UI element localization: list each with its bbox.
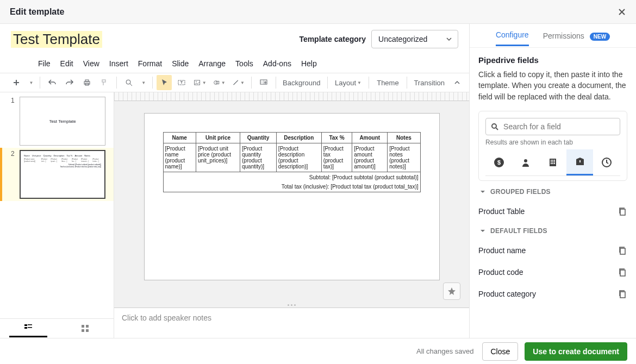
svg-rect-38 bbox=[620, 292, 625, 298]
subtotal-text: Subtotal: [Product subtotal (product sub… bbox=[165, 174, 419, 180]
layout-button[interactable]: Layout bbox=[332, 75, 365, 90]
default-fields-header[interactable]: DEFAULT FIELDS bbox=[478, 227, 627, 235]
building-icon bbox=[547, 157, 558, 168]
close-button[interactable]: Close bbox=[482, 342, 518, 361]
template-category-select[interactable]: Uncategorized bbox=[371, 30, 458, 48]
explore-button[interactable] bbox=[443, 283, 460, 300]
panel-description: Click a field to copy it, then paste it … bbox=[478, 69, 627, 102]
box-icon bbox=[575, 156, 585, 167]
filmstrip-view-icon[interactable] bbox=[9, 319, 47, 337]
table-cell: [Product notes (product notes)] bbox=[388, 143, 420, 172]
redo-button[interactable] bbox=[62, 75, 77, 90]
slide-number: 1 bbox=[11, 97, 16, 146]
dollar-icon: $ bbox=[494, 157, 504, 168]
search-hint: Results are shown in each tab bbox=[485, 139, 620, 146]
menu-insert[interactable]: Insert bbox=[109, 59, 128, 68]
copy-icon[interactable] bbox=[618, 267, 627, 277]
grid-view-icon[interactable] bbox=[66, 321, 104, 337]
product-table: Name Unit price Quantity Description Tax… bbox=[163, 132, 421, 192]
svg-rect-30 bbox=[552, 163, 553, 164]
field-product-table[interactable]: Product Table bbox=[478, 200, 627, 222]
svg-rect-14 bbox=[82, 325, 84, 328]
horizontal-ruler bbox=[114, 92, 469, 101]
svg-rect-24 bbox=[552, 160, 553, 161]
menu-arrange[interactable]: Arrange bbox=[198, 59, 226, 68]
zoom-dropdown[interactable] bbox=[139, 75, 148, 90]
menu-help[interactable]: Help bbox=[301, 59, 317, 68]
document-title-row: Test Template Template category Uncatego… bbox=[0, 24, 469, 54]
field-product-category[interactable]: Product category bbox=[478, 283, 627, 305]
svg-rect-15 bbox=[86, 325, 89, 328]
close-icon[interactable] bbox=[618, 8, 626, 16]
svg-point-6 bbox=[196, 81, 197, 83]
line-tool[interactable] bbox=[230, 75, 247, 90]
menu-view[interactable]: View bbox=[83, 59, 99, 68]
icon-tab-deal[interactable]: $ bbox=[485, 149, 513, 175]
menu-format[interactable]: Format bbox=[138, 59, 162, 68]
menu-tools[interactable]: Tools bbox=[235, 59, 253, 68]
undo-button[interactable] bbox=[45, 75, 60, 90]
side-panel: Configure Permissions NEW Pipedrive fiel… bbox=[470, 24, 636, 338]
table-header: Notes bbox=[388, 133, 420, 143]
icon-tab-activity[interactable] bbox=[593, 149, 620, 175]
chevron-down-icon bbox=[478, 227, 487, 235]
new-slide-dropdown[interactable] bbox=[26, 75, 35, 90]
menu-edit[interactable]: Edit bbox=[60, 59, 73, 68]
tab-permissions[interactable]: Permissions NEW bbox=[543, 26, 610, 46]
icon-tab-product[interactable] bbox=[566, 149, 594, 175]
toolbar-collapse[interactable] bbox=[450, 75, 465, 90]
comment-button[interactable] bbox=[256, 75, 271, 90]
thumbnail-pane: 1 Test Template 2 NameUnit priceQuantity… bbox=[0, 92, 114, 338]
shape-tool[interactable] bbox=[211, 75, 228, 90]
transition-button[interactable]: Transition bbox=[411, 75, 447, 90]
save-status: All changes saved bbox=[416, 347, 474, 355]
theme-button[interactable]: Theme bbox=[373, 75, 402, 90]
field-product-name[interactable]: Product name bbox=[478, 240, 627, 261]
print-button[interactable] bbox=[79, 75, 95, 90]
svg-text:$: $ bbox=[497, 159, 501, 166]
field-label: Product Table bbox=[478, 207, 525, 216]
textbox-tool[interactable] bbox=[174, 75, 189, 90]
background-button[interactable]: Background bbox=[280, 75, 323, 90]
document-title[interactable]: Test Template bbox=[11, 31, 102, 48]
new-slide-button[interactable] bbox=[9, 75, 24, 90]
copy-icon[interactable] bbox=[618, 246, 627, 255]
svg-rect-29 bbox=[551, 163, 552, 164]
icon-tab-organization[interactable] bbox=[539, 149, 566, 175]
person-icon bbox=[520, 157, 531, 168]
grouped-fields-label: GROUPED FIELDS bbox=[490, 188, 551, 196]
notes-resize-handle[interactable] bbox=[114, 302, 469, 307]
svg-rect-23 bbox=[551, 160, 552, 161]
svg-rect-27 bbox=[552, 161, 553, 162]
menu-slide[interactable]: Slide bbox=[172, 59, 189, 68]
speaker-notes[interactable]: Click to add speaker notes bbox=[114, 307, 469, 338]
template-category-value: Uncategorized bbox=[378, 35, 427, 43]
image-tool[interactable] bbox=[191, 75, 208, 90]
grouped-fields-header[interactable]: GROUPED FIELDS bbox=[478, 187, 627, 196]
icon-tab-person[interactable] bbox=[513, 149, 540, 175]
field-product-code[interactable]: Product code bbox=[478, 261, 627, 283]
table-header: Description bbox=[276, 133, 321, 143]
field-search-input[interactable] bbox=[502, 122, 615, 131]
select-tool[interactable] bbox=[157, 75, 172, 90]
menu-file[interactable]: File bbox=[38, 59, 51, 68]
slide-thumbnail-1[interactable]: 1 Test Template bbox=[0, 95, 114, 148]
svg-rect-25 bbox=[554, 160, 555, 161]
svg-point-3 bbox=[126, 80, 130, 84]
zoom-button[interactable] bbox=[121, 75, 136, 90]
svg-rect-35 bbox=[620, 209, 625, 215]
create-document-button[interactable]: Use to create document bbox=[525, 342, 627, 361]
copy-icon[interactable] bbox=[618, 289, 627, 299]
field-search[interactable] bbox=[485, 118, 620, 135]
tab-configure[interactable]: Configure bbox=[496, 25, 529, 46]
menu-addons[interactable]: Add-ons bbox=[263, 59, 291, 68]
slide-canvas[interactable]: Name Unit price Quantity Description Tax… bbox=[144, 113, 440, 280]
table-header: Tax % bbox=[321, 133, 352, 143]
slide-thumbnail-2[interactable]: 2 NameUnit priceQuantityDescriptionTax %… bbox=[0, 148, 114, 201]
paint-format-button[interactable] bbox=[97, 75, 112, 90]
default-fields-label: DEFAULT FIELDS bbox=[490, 227, 547, 235]
chevron-down-icon bbox=[478, 187, 487, 196]
panel-heading: Pipedrive fields bbox=[478, 55, 627, 65]
copy-icon[interactable] bbox=[618, 206, 627, 216]
svg-rect-1 bbox=[85, 80, 89, 81]
